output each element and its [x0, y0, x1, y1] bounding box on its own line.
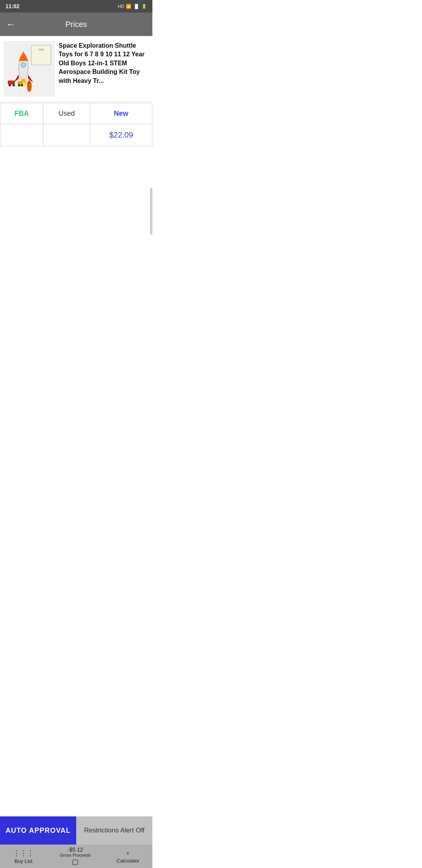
svg-point-14 — [18, 84, 20, 86]
price-used — [43, 124, 90, 146]
svg-text:STEM: STEM — [38, 48, 44, 51]
col-header-used: Used — [43, 103, 90, 124]
product-title: Space Exploration Shuttle Toys for 6 7 8… — [59, 41, 148, 85]
price-fba — [0, 124, 43, 146]
col-header-new: New — [90, 103, 152, 124]
hd-badge: HD — [118, 4, 124, 9]
content-area — [0, 146, 152, 342]
status-time: 11:02 — [5, 3, 20, 9]
svg-point-12 — [13, 84, 15, 86]
svg-point-11 — [9, 84, 11, 86]
wifi-icon: 📶 — [126, 4, 131, 9]
page-title: Prices — [22, 20, 131, 29]
battery-icon: 🔋 — [141, 4, 147, 9]
col-header-fba: FBA — [0, 103, 43, 124]
svg-rect-13 — [18, 81, 23, 84]
status-bar: 11:02 HD 📶 ▐▌ 🔋 — [0, 0, 152, 13]
status-icons: HD 📶 ▐▌ 🔋 — [118, 4, 147, 9]
scroll-indicator[interactable] — [150, 188, 152, 235]
page-header: ← Prices — [0, 13, 152, 36]
back-button[interactable]: ← — [6, 19, 16, 30]
product-section: STEM Space Exploration Shuttle Toys for … — [0, 36, 152, 102]
signal-icon: ▐▌ — [133, 4, 139, 9]
svg-rect-10 — [8, 81, 15, 84]
product-image: STEM — [4, 41, 55, 96]
svg-point-5 — [21, 63, 26, 67]
price-table: FBA Used New $22.09 — [0, 103, 152, 146]
svg-point-15 — [21, 84, 23, 86]
price-new: $22.09 — [90, 124, 152, 146]
